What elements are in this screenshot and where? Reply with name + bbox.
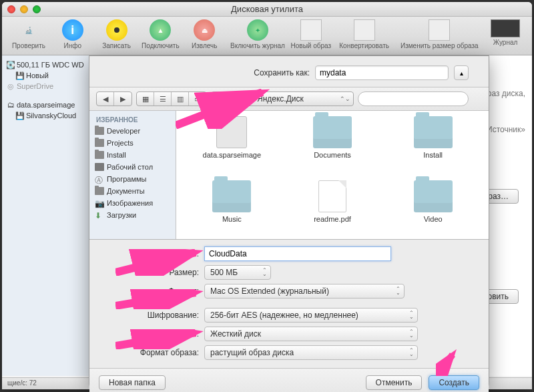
microscope-icon: 🔬 bbox=[18, 19, 39, 41]
coverflow-view-icon[interactable]: ▭ bbox=[189, 92, 206, 106]
image-format-select[interactable]: растущий образ диска bbox=[204, 345, 418, 360]
arrange-icon[interactable]: ⊞▾ bbox=[212, 92, 236, 106]
volume-icon: 💾 bbox=[15, 112, 25, 121]
hdd-icon: 💽 bbox=[6, 61, 15, 70]
favorites-sidebar: ИЗБРАННОЕ Developer Projects Install Раб… bbox=[89, 111, 176, 239]
partitions-select[interactable]: Жесткий диск bbox=[204, 327, 418, 341]
create-button[interactable]: Создать bbox=[429, 375, 479, 390]
info-icon: i bbox=[62, 19, 83, 41]
cancel-button[interactable]: Отменить bbox=[366, 375, 423, 390]
file-item[interactable]: Video bbox=[385, 180, 481, 239]
folder-icon bbox=[313, 116, 352, 148]
name-label: Имя: bbox=[104, 249, 204, 258]
fav-apps[interactable]: ⒶПрограммы bbox=[92, 173, 173, 185]
list-view-icon[interactable]: ☰ bbox=[154, 92, 172, 106]
partitions-label: Разделы: bbox=[104, 329, 204, 339]
new-image-icon bbox=[300, 19, 322, 41]
optical-icon: ◎ bbox=[6, 82, 15, 91]
file-item[interactable]: Music bbox=[184, 180, 280, 239]
folder-icon bbox=[414, 180, 453, 212]
fav-pictures[interactable]: 📷Изображения bbox=[92, 197, 173, 209]
pdf-icon bbox=[318, 180, 346, 212]
toolbar-convert[interactable]: Конвертировать bbox=[334, 19, 395, 49]
fav-documents[interactable]: Документы bbox=[92, 185, 173, 197]
size-select[interactable]: 500 МБ bbox=[204, 265, 271, 280]
journal-on-icon: ✦ bbox=[247, 19, 268, 41]
column-view-icon[interactable]: ▥ bbox=[172, 92, 189, 106]
toolbar-burn[interactable]: Записать bbox=[95, 19, 138, 49]
titlebar: Дисковая утилита bbox=[2, 2, 532, 17]
encryption-label: Шифрование: bbox=[104, 311, 204, 320]
folder-icon bbox=[212, 180, 251, 212]
view-mode-segment[interactable]: ▦ ☰ ▥ ▭ bbox=[136, 91, 207, 106]
mount-icon: ▲ bbox=[150, 19, 171, 41]
downloads-icon: ⬇ bbox=[95, 211, 104, 219]
new-folder-button[interactable]: Новая папка bbox=[99, 375, 166, 390]
file-item[interactable]: Install bbox=[385, 116, 481, 178]
burn-icon bbox=[106, 19, 127, 41]
encryption-select[interactable]: 256-бит AES (надежнее, но медленнее) bbox=[204, 308, 418, 323]
toolbar-mount[interactable]: ▲Подключить bbox=[139, 19, 182, 49]
fav-developer[interactable]: Developer bbox=[92, 125, 173, 137]
image-options-form: Имя: Размер: 500 МБ Формат: Mac OS Exten… bbox=[89, 240, 489, 368]
window-title: Дисковая утилита bbox=[2, 4, 532, 14]
disk-utility-window: Дисковая утилита 🔬Проверить iИнфо Записа… bbox=[2, 2, 532, 389]
toolbar-eject[interactable]: ⏏Извлечь bbox=[183, 19, 226, 49]
save-sheet: Сохранить как: ▴ ◀ ▶ ▦ ☰ ▥ ▭ ⊞▾ Яндекс.Д… bbox=[89, 55, 489, 388]
toolbar: 🔬Проверить iИнфо Записать ▲Подключить ⏏И… bbox=[2, 17, 532, 55]
diskimage-icon: 🗂 bbox=[6, 101, 15, 110]
name-input[interactable] bbox=[204, 246, 391, 261]
fav-projects[interactable]: Projects bbox=[92, 137, 173, 149]
toolbar-info[interactable]: iИнфо bbox=[51, 19, 94, 49]
documents-icon bbox=[95, 187, 104, 195]
folder-icon bbox=[95, 151, 104, 159]
apps-icon: Ⓐ bbox=[95, 175, 104, 183]
resize-icon bbox=[429, 19, 450, 41]
eject-icon: ⏏ bbox=[194, 19, 215, 41]
desktop-icon bbox=[95, 163, 104, 171]
folder-icon bbox=[95, 127, 104, 135]
toolbar-verify[interactable]: 🔬Проверить bbox=[7, 19, 50, 49]
fav-install[interactable]: Install bbox=[92, 149, 173, 161]
volume-icon: 💾 bbox=[15, 71, 25, 81]
convert-icon bbox=[354, 19, 375, 41]
save-as-label: Сохранить как: bbox=[254, 68, 310, 77]
search-wrap bbox=[358, 91, 482, 106]
folder-icon bbox=[414, 116, 453, 148]
toolbar-resize-image[interactable]: Изменить размер образа bbox=[396, 19, 483, 49]
forward-icon[interactable]: ▶ bbox=[114, 92, 131, 106]
icon-view-icon[interactable]: ▦ bbox=[137, 92, 154, 106]
file-item[interactable]: readme.pdf bbox=[285, 180, 380, 239]
save-as-input[interactable] bbox=[315, 65, 449, 80]
pictures-icon: 📷 bbox=[95, 199, 104, 207]
folder-icon bbox=[95, 139, 104, 147]
toolbar-journal[interactable]: Журнал bbox=[484, 19, 527, 46]
format-label: Формат: bbox=[104, 286, 204, 296]
log-icon bbox=[491, 19, 520, 37]
toolbar-new-image[interactable]: Новый образ bbox=[290, 19, 332, 49]
search-input[interactable] bbox=[358, 91, 469, 106]
arrange-segment[interactable]: ⊞▾ bbox=[211, 91, 236, 106]
file-item[interactable]: data.sparseimage bbox=[184, 116, 280, 178]
back-icon[interactable]: ◀ bbox=[97, 92, 114, 106]
diskimage-icon bbox=[216, 116, 247, 148]
location-dropdown[interactable]: Яндекс.Диск bbox=[240, 91, 354, 106]
folder-icon bbox=[245, 95, 254, 102]
file-item[interactable]: Documents bbox=[285, 116, 380, 178]
favorites-header: ИЗБРАННОЕ bbox=[92, 115, 173, 125]
toolbar-enable-journal[interactable]: ✦Включить журнал bbox=[227, 19, 288, 49]
expand-button[interactable]: ▴ bbox=[454, 65, 469, 80]
fav-downloads[interactable]: ⬇Загрузки bbox=[92, 209, 173, 221]
size-label: Размер: bbox=[104, 268, 204, 277]
nav-back-forward[interactable]: ◀ ▶ bbox=[96, 91, 132, 106]
fav-desktop[interactable]: Рабочий стол bbox=[92, 161, 173, 173]
format-select[interactable]: Mac OS Extended (журнальный) bbox=[204, 284, 405, 299]
image-format-label: Формат образа: bbox=[104, 348, 204, 357]
file-grid: data.sparseimage Documents Install Music… bbox=[176, 111, 489, 239]
